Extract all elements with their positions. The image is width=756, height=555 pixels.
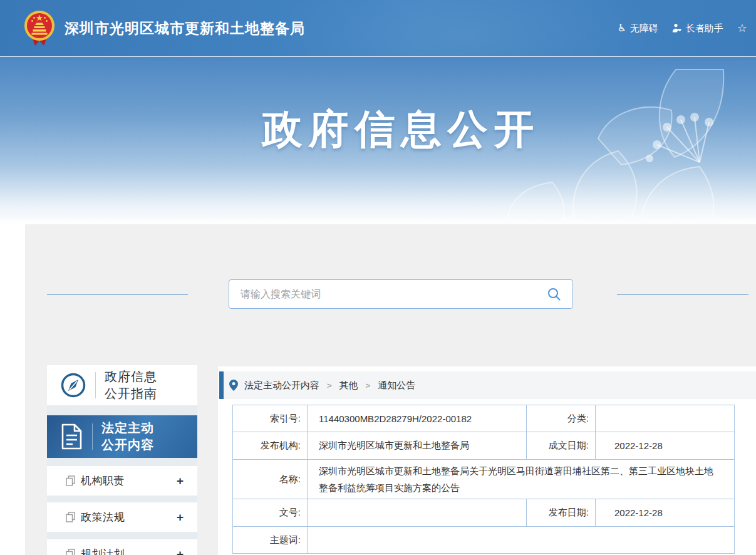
sidebar-item-label: 机构职责: [81, 474, 125, 488]
favorite-button[interactable]: ☆: [737, 23, 747, 34]
table-row: 文号: 发布日期: 2022-12-28: [233, 499, 735, 527]
elder-assist-link[interactable]: 长者助手: [672, 23, 723, 34]
national-emblem-logo: [23, 9, 56, 47]
publisher-value: 深圳市光明区城市更新和土地整备局: [308, 432, 527, 460]
breadcrumb-item-statutory-disclosure[interactable]: 法定主动公开内容: [244, 380, 319, 392]
sidebar-item-plans[interactable]: 规划计划 +: [47, 539, 197, 555]
index-number-value: 11440300MB2D28279H/2022-00182: [308, 405, 527, 432]
page-banner: 政府信息公开: [0, 56, 756, 224]
site-title: 深圳市光明区城市更新和土地整备局: [65, 19, 305, 38]
table-row: 主题词:: [233, 527, 735, 554]
pages-icon: [66, 549, 75, 555]
wheelchair-icon: ♿: [618, 23, 626, 33]
expand-plus-icon[interactable]: +: [177, 547, 184, 555]
sidebar-card-disclosure-guide[interactable]: 政府信息 公开指南: [47, 365, 197, 405]
doc-number-value: [308, 499, 527, 527]
utility-links: ♿ 无障碍 长者助手 ☆: [618, 0, 747, 56]
sidebar-item-label: 政策法规: [81, 510, 125, 524]
star-icon: ☆: [737, 23, 747, 34]
breadcrumb-separator: >: [366, 381, 371, 390]
accessibility-label: 无障碍: [630, 23, 658, 34]
search-box: [229, 279, 573, 309]
keywords-value: [308, 527, 735, 554]
sidebar-item-label: 规划计划: [81, 547, 125, 555]
search-icon: [547, 288, 561, 301]
breadcrumb: 法定主动公开内容 > 其他 > 通知公告: [219, 371, 756, 399]
name-label: 名称:: [233, 460, 308, 499]
guide-card-label: 政府信息 公开指南: [105, 368, 157, 402]
category-label: 分类:: [527, 405, 596, 432]
breadcrumb-separator: >: [327, 381, 332, 390]
publish-date-value: 2022-12-28: [596, 499, 735, 527]
accessibility-link[interactable]: ♿ 无障碍: [618, 23, 658, 34]
expand-plus-icon[interactable]: +: [177, 474, 184, 488]
pages-icon: [66, 512, 75, 522]
site-header: 深圳市光明区城市更新和土地整备局 ♿ 无障碍 长者助手 ☆: [0, 0, 756, 56]
breadcrumb-item-other[interactable]: 其他: [339, 380, 358, 392]
index-number-label: 索引号:: [233, 405, 308, 432]
location-pin-icon: [229, 380, 238, 391]
table-row: 名称: 深圳市光明区城市更新和土地整备局关于光明区马田街道薯田埔社区第二、第三工…: [233, 460, 735, 499]
table-row: 索引号: 11440300MB2D28279H/2022-00182 分类:: [233, 405, 735, 432]
expand-plus-icon[interactable]: +: [177, 511, 184, 524]
elder-person-icon: [672, 23, 682, 33]
table-row: 发布机构: 深圳市光明区城市更新和土地整备局 成文日期: 2022-12-28: [233, 432, 735, 460]
category-value: [596, 405, 735, 432]
written-date-label: 成文日期:: [527, 432, 596, 460]
statutory-card-label: 法定主动 公开内容: [101, 420, 154, 454]
document-icon: [60, 423, 83, 450]
decorative-line-right: [617, 294, 748, 295]
search-button[interactable]: [536, 280, 572, 308]
elder-assist-label: 长者助手: [686, 23, 723, 34]
compass-icon: [60, 372, 86, 398]
publish-date-label: 发布日期:: [527, 499, 596, 527]
main-content-panel: 法定主动公开内容 > 其他 > 通知公告 索引号: 11440300MB2D28…: [218, 366, 756, 555]
banner-title: 政府信息公开: [46, 57, 756, 157]
name-value: 深圳市光明区城市更新和土地整备局关于光明区马田街道薯田埔社区第二、第三工业区地块…: [308, 460, 735, 499]
sidebar-item-policies-regulations[interactable]: 政策法规 +: [47, 502, 197, 532]
pages-icon: [66, 475, 75, 486]
site-brand[interactable]: 深圳市光明区城市更新和土地整备局: [23, 9, 305, 47]
publisher-label: 发布机构:: [233, 432, 308, 460]
written-date-value: 2022-12-28: [596, 432, 735, 460]
search-input[interactable]: [229, 280, 536, 308]
keywords-label: 主题词:: [233, 527, 308, 554]
document-metadata-table: 索引号: 11440300MB2D28279H/2022-00182 分类: 发…: [232, 405, 735, 554]
card-divider: [95, 372, 96, 398]
doc-number-label: 文号:: [233, 499, 308, 527]
sidebar-item-agency-duties[interactable]: 机构职责 +: [47, 466, 197, 495]
breadcrumb-item-notices[interactable]: 通知公告: [378, 380, 415, 392]
card-divider: [92, 423, 93, 450]
sidebar-card-statutory-disclosure[interactable]: 法定主动 公开内容: [47, 415, 197, 458]
decorative-line-left: [47, 294, 188, 295]
